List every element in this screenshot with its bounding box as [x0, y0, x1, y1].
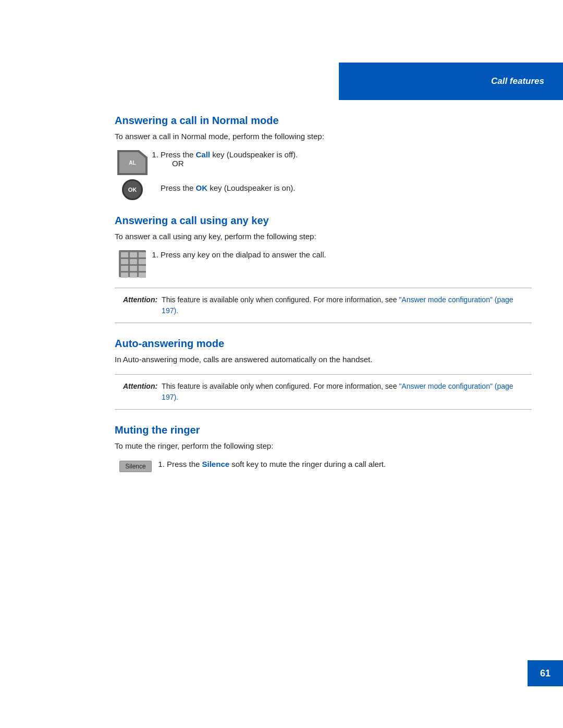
ok-key-icon: OK [122, 179, 143, 200]
step-1-normal: Press the Call key (Loudspeaker is off). [161, 150, 532, 159]
dialpad-icon-area [115, 250, 150, 277]
heading-muting-ringer: Muting the ringer [115, 424, 532, 436]
dialpad-dot-1 [121, 252, 128, 257]
intro-any-key: To answer a call using any key, perform … [115, 232, 532, 241]
step-content-silence: Press the Silence soft key to mute the r… [167, 460, 532, 468]
dialpad-dot-10 [121, 273, 128, 278]
intro-auto-answering: In Auto-answering mode, calls are answer… [115, 355, 532, 364]
ok-step-text-after: key (Loudspeaker is on). [207, 183, 295, 192]
dialpad-dot-3 [139, 252, 146, 257]
page-number-box: 61 [528, 660, 563, 686]
attention-text-before-1: This feature is available only when conf… [162, 295, 399, 304]
section-normal-mode: Answering a call in Normal mode To answe… [115, 115, 532, 200]
call-key-icon: AL [117, 150, 148, 175]
step-1-silence: Press the Silence soft key to mute the r… [167, 460, 532, 468]
heading-any-key: Answering a call using any key [115, 215, 532, 227]
main-content: Answering a call in Normal mode To answe… [115, 115, 532, 518]
step-row-ok-key: OK Press the OK key (Loudspeaker is on). [115, 179, 532, 200]
attention-label-1: Attention: [123, 294, 157, 305]
step-list-dialpad: Press any key on the dialpad to answer t… [161, 250, 532, 259]
step-list-normal: Press the Call key (Loudspeaker is off). [161, 150, 532, 159]
step-1-normal-text-after: key (Loudspeaker is off). [210, 150, 298, 159]
attention-box-2: Attention: This feature is available onl… [115, 374, 532, 410]
silence-btn-area: Silence [115, 460, 156, 472]
intro-normal-mode: To answer a call in Normal mode, perform… [115, 132, 532, 141]
attention-text-before-2: This feature is available only when conf… [162, 382, 399, 390]
attention-label-2: Attention: [123, 381, 157, 392]
dialpad-dot-7 [121, 266, 128, 271]
silence-button[interactable]: Silence [119, 461, 151, 472]
ok-key-icon-area: OK [115, 179, 150, 200]
heading-normal-mode: Answering a call in Normal mode [115, 115, 532, 127]
silence-highlight: Silence [202, 460, 230, 468]
dialpad-dot-9 [139, 266, 146, 271]
step-row-silence: Silence Press the Silence soft key to mu… [115, 460, 532, 472]
intro-muting-ringer: To mute the ringer, perform the followin… [115, 441, 532, 450]
call-key-icon-area: AL [115, 150, 150, 175]
section-muting-ringer: Muting the ringer To mute the ringer, pe… [115, 424, 532, 472]
step-row-call-key: AL Press the Call key (Loudspeaker is of… [115, 150, 532, 175]
step-list-silence: Press the Silence soft key to mute the r… [167, 460, 532, 468]
step-1-dialpad: Press any key on the dialpad to answer t… [161, 250, 532, 259]
call-key-icon-inner: AL [119, 152, 145, 173]
dialpad-dot-5 [130, 259, 137, 264]
dialpad-icon [119, 250, 146, 277]
silence-text-before: Press the [167, 460, 202, 468]
or-text: OR [172, 159, 532, 168]
call-highlight: Call [196, 150, 211, 159]
step-content-dialpad: Press any key on the dialpad to answer t… [161, 250, 532, 259]
attention-text-2: This feature is available only when conf… [162, 381, 523, 403]
dialpad-dot-2 [130, 252, 137, 257]
step-content-normal: Press the Call key (Loudspeaker is off).… [161, 150, 532, 171]
page-container: Call features Answering a call in Normal… [0, 0, 563, 728]
dialpad-dot-8 [130, 266, 137, 271]
step-content-ok: Press the OK key (Loudspeaker is on). [161, 179, 532, 192]
dialpad-dot-11 [130, 273, 137, 278]
heading-auto-answering: Auto-answering mode [115, 338, 532, 350]
dialpad-dot-6 [139, 259, 146, 264]
section-any-key: Answering a call using any key To answer… [115, 215, 532, 323]
ok-highlight: OK [196, 183, 208, 192]
attention-box-1: Attention: This feature is available onl… [115, 288, 532, 323]
step-row-dialpad: Press any key on the dialpad to answer t… [115, 250, 532, 277]
header-title: Call features [491, 76, 544, 87]
dialpad-dot-12 [139, 273, 146, 278]
dialpad-dot-4 [121, 259, 128, 264]
ok-step-text-before: Press the [161, 183, 196, 192]
header-bar: Call features [339, 63, 563, 100]
attention-text-1: This feature is available only when conf… [162, 294, 523, 316]
page-number: 61 [540, 668, 550, 679]
section-auto-answering: Auto-answering mode In Auto-answering mo… [115, 338, 532, 410]
silence-text-after: soft key to mute the ringer during a cal… [229, 460, 386, 468]
